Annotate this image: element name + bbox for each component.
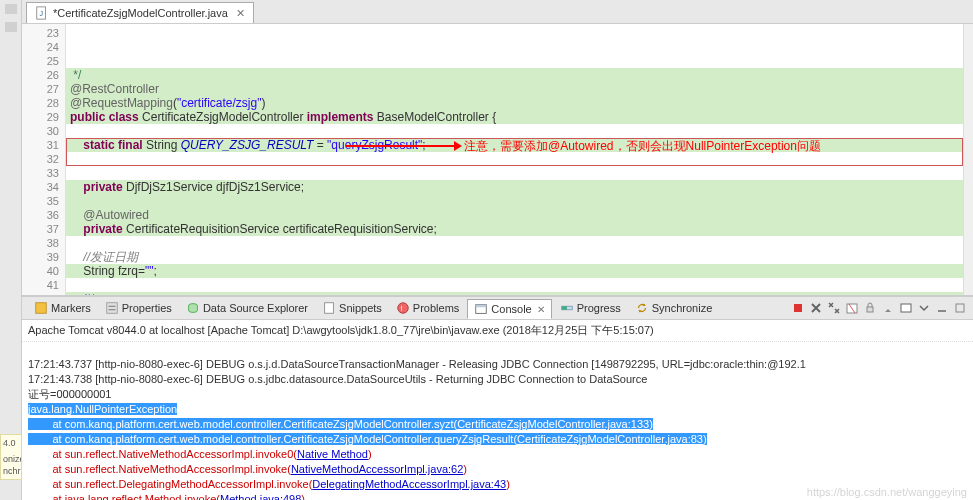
tab-label: Markers (51, 302, 91, 314)
svg-text:!: ! (400, 304, 402, 313)
markers-icon (34, 301, 48, 315)
code-line[interactable] (66, 124, 973, 138)
side-text-line: onize (1, 453, 21, 465)
code-line[interactable] (66, 166, 973, 180)
code-line[interactable] (66, 194, 973, 208)
tab-console[interactable]: Console ✕ (467, 299, 551, 319)
code-line[interactable] (66, 278, 973, 292)
line-number: 24 (22, 40, 59, 54)
code-area[interactable]: */@RestController@RequestMapping("certif… (66, 24, 973, 295)
display-console-button[interactable] (899, 301, 913, 315)
line-number: 39 (22, 250, 59, 264)
log-line: 证号=000000001 (28, 388, 111, 400)
tab-label: Properties (122, 302, 172, 314)
terminate-button[interactable] (791, 301, 805, 315)
code-editor[interactable]: 23242526272829303132333435363738394041 *… (22, 24, 973, 296)
stack-line: at java.lang.reflect.Method.invoke(Metho… (28, 493, 305, 500)
code-line[interactable]: @RestController (66, 82, 973, 96)
line-number: 36 (22, 208, 59, 222)
side-clipped-panel: 4.0 onize nchr (0, 434, 22, 480)
side-text-line: 4.0 (1, 437, 21, 449)
line-number-gutter: 23242526272829303132333435363738394041 (22, 24, 66, 295)
tab-label: Data Source Explorer (203, 302, 308, 314)
sync-icon (635, 301, 649, 315)
svg-rect-7 (325, 303, 334, 314)
tab-label: Synchronize (652, 302, 713, 314)
code-line[interactable]: /** (66, 292, 973, 295)
line-number: 31 (22, 138, 59, 152)
tab-markers[interactable]: Markers (28, 299, 97, 317)
tool-icon[interactable] (5, 4, 17, 14)
editor-tabbar: J *CertificateZsjgModelController.java ✕ (22, 0, 973, 24)
stack-line: at sun.reflect.NativeMethodAccessorImpl.… (28, 463, 467, 475)
code-line[interactable]: //发证日期 (66, 250, 973, 264)
line-number: 29 (22, 110, 59, 124)
tab-label: Snippets (339, 302, 382, 314)
console-icon (474, 302, 488, 316)
left-tool-strip: 4.0 onize nchr (0, 0, 22, 500)
remove-all-button[interactable] (827, 301, 841, 315)
problems-icon: ! (396, 301, 410, 315)
code-line[interactable]: */ (66, 68, 973, 82)
editor-tab[interactable]: J *CertificateZsjgModelController.java ✕ (26, 2, 254, 23)
minimize-button[interactable] (935, 301, 949, 315)
line-number: 33 (22, 166, 59, 180)
tab-label: Console (491, 303, 531, 315)
svg-text:J: J (39, 10, 43, 17)
tab-snippets[interactable]: Snippets (316, 299, 388, 317)
svg-rect-3 (106, 303, 117, 314)
line-number: 37 (22, 222, 59, 236)
snippets-icon (322, 301, 336, 315)
line-number: 38 (22, 236, 59, 250)
close-icon[interactable]: ✕ (537, 304, 545, 315)
code-line[interactable]: String fzrq=""; (66, 264, 973, 278)
stack-line: at sun.reflect.DelegatingMethodAccessorI… (28, 478, 510, 490)
side-text-line: nchr (1, 465, 21, 477)
code-line[interactable]: private CertificateRequisitionService ce… (66, 222, 973, 236)
code-line[interactable]: @RequestMapping("certificate/zsjg") (66, 96, 973, 110)
scroll-lock-button[interactable] (863, 301, 877, 315)
svg-rect-17 (901, 304, 911, 312)
console-output[interactable]: 17:21:43.737 [http-nio-8080-exec-6] DEBU… (22, 342, 973, 500)
code-line[interactable]: public class CertificateZsjgModelControl… (66, 110, 973, 124)
code-line[interactable]: @Autowired (66, 208, 973, 222)
svg-rect-14 (794, 304, 802, 312)
progress-icon (560, 301, 574, 315)
tab-problems[interactable]: ! Problems (390, 299, 465, 317)
line-number: 34 (22, 180, 59, 194)
line-number: 25 (22, 54, 59, 68)
svg-rect-13 (561, 306, 566, 310)
tab-properties[interactable]: Properties (99, 299, 178, 317)
svg-rect-2 (36, 303, 47, 314)
line-number: 32 (22, 152, 59, 166)
line-number: 30 (22, 124, 59, 138)
clear-console-button[interactable] (845, 301, 859, 315)
maximize-button[interactable] (953, 301, 967, 315)
code-line[interactable]: private DjfDjSz1Service djfDjSz1Service; (66, 180, 973, 194)
close-icon[interactable]: ✕ (236, 7, 245, 20)
tab-synchronize[interactable]: Synchronize (629, 299, 719, 317)
line-number: 41 (22, 278, 59, 292)
annotation-text: 注意，需要添加@Autowired，否则会出现NullPointerExcept… (464, 138, 821, 155)
svg-rect-16 (867, 307, 873, 312)
line-number: 27 (22, 82, 59, 96)
tab-title: *CertificateZsjgModelController.java (53, 7, 228, 19)
stack-line: at com.kanq.platform.cert.web.model.cont… (28, 418, 653, 430)
stack-line: at sun.reflect.NativeMethodAccessorImpl.… (28, 448, 372, 460)
svg-rect-11 (476, 305, 487, 308)
console-header: Apache Tomcat v8044.0 at localhost [Apac… (22, 320, 973, 342)
tab-label: Problems (413, 302, 459, 314)
tool-icon[interactable] (5, 22, 17, 32)
line-number: 28 (22, 96, 59, 110)
line-number: 26 (22, 68, 59, 82)
pin-console-button[interactable] (881, 301, 895, 315)
remove-launch-button[interactable] (809, 301, 823, 315)
java-file-icon: J (35, 6, 49, 20)
open-console-dropdown[interactable] (917, 301, 931, 315)
tab-label: Progress (577, 302, 621, 314)
tab-data-source[interactable]: Data Source Explorer (180, 299, 314, 317)
tab-progress[interactable]: Progress (554, 299, 627, 317)
svg-rect-19 (956, 304, 964, 312)
code-line[interactable] (66, 236, 973, 250)
console-toolbar (791, 301, 967, 315)
